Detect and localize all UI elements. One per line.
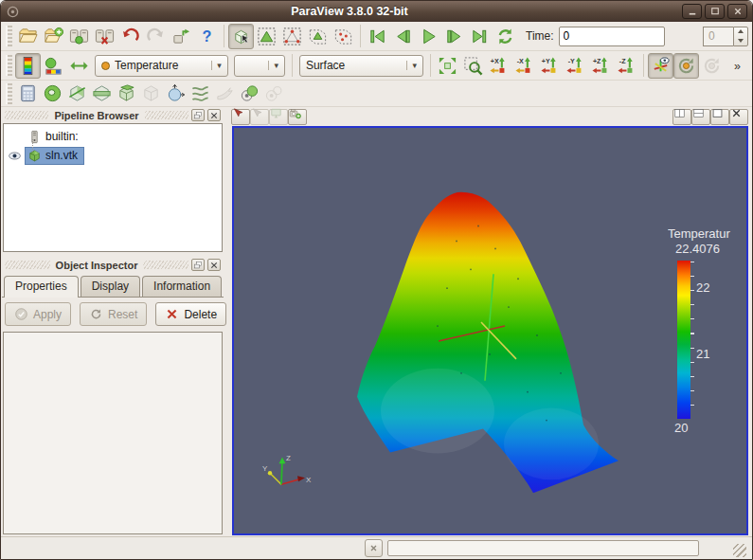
- split-view-vertical-button[interactable]: [691, 109, 710, 125]
- pipeline-tree[interactable]: builtin: sln.vtk: [3, 123, 223, 252]
- set-view-plus-z-button[interactable]: +Z: [588, 53, 614, 79]
- frame-up-button[interactable]: [734, 27, 747, 37]
- capture-view-button[interactable]: [288, 109, 307, 125]
- toolbar-overflow-button[interactable]: »: [725, 53, 750, 79]
- select-cells-through-button[interactable]: [305, 24, 331, 49]
- resize-grip[interactable]: [733, 544, 746, 557]
- set-view-plus-y-button[interactable]: +Y: [537, 53, 563, 79]
- vcr-play-button[interactable]: [416, 24, 441, 49]
- svg-text:?: ?: [203, 27, 212, 45]
- pipeline-item-builtin[interactable]: builtin:: [4, 127, 222, 146]
- stream-tracer-filter-button[interactable]: [188, 81, 212, 105]
- edit-colormap-icon: [44, 56, 63, 76]
- pipeline-item-label: sln.vtk: [45, 149, 78, 162]
- select-points-through-button[interactable]: [331, 24, 356, 49]
- select-3d-button[interactable]: [228, 24, 254, 49]
- rescale-icon: [69, 56, 89, 76]
- close-view-button[interactable]: [729, 109, 748, 125]
- rescale-to-data-range-button[interactable]: [66, 53, 92, 79]
- toggle-color-legend-button[interactable]: [15, 53, 41, 79]
- time-input[interactable]: [559, 27, 665, 46]
- vcr-previous-frame-button[interactable]: [390, 24, 416, 49]
- close-panel-button[interactable]: [207, 109, 221, 121]
- delete-button[interactable]: Delete: [155, 302, 226, 326]
- color-legend[interactable]: Temperatur 22.4076 22 21 20: [666, 226, 746, 449]
- vcr-first-frame-button[interactable]: [365, 24, 390, 49]
- threshold-filter-button[interactable]: [114, 81, 138, 105]
- pipeline-browser-titlebar[interactable]: Pipeline Browser: [1, 107, 224, 123]
- apply-icon: [14, 307, 28, 321]
- toolbar-separator: [643, 54, 644, 77]
- disconnect-server-button[interactable]: [92, 24, 117, 49]
- minimize-button[interactable]: [682, 4, 702, 19]
- titlebar[interactable]: ParaView 3.8.0 32-bit: [1, 1, 752, 22]
- select-cells-on-icon: [257, 27, 277, 46]
- interaction-mode-button[interactable]: [231, 109, 250, 125]
- toolbar-separator: [430, 54, 431, 77]
- toolbar-handle[interactable]: [6, 55, 12, 76]
- camera-undo-button[interactable]: [169, 24, 194, 49]
- reset-camera-button[interactable]: [435, 53, 460, 79]
- calculator-filter-button[interactable]: [15, 81, 40, 105]
- edit-color-map-button[interactable]: [41, 53, 66, 79]
- contour-filter-button[interactable]: [40, 81, 64, 105]
- tab-display[interactable]: Display: [81, 276, 140, 298]
- set-view-minus-y-button[interactable]: -Y: [563, 53, 588, 79]
- set-view-plus-x-button[interactable]: +X: [486, 53, 511, 79]
- server-disconnect-icon: [95, 27, 115, 46]
- maximize-button[interactable]: [705, 4, 725, 19]
- select-cells-on-button[interactable]: [254, 24, 279, 49]
- tab-properties[interactable]: Properties: [4, 276, 79, 298]
- show-orientation-axes-button[interactable]: [673, 53, 699, 79]
- split-v-icon: [692, 107, 709, 127]
- warp-by-vector-filter-button: [212, 81, 237, 105]
- tab-information[interactable]: Information: [142, 276, 222, 298]
- extract-subset-filter-button: [138, 81, 163, 105]
- undo-button[interactable]: [117, 24, 143, 49]
- properties-panel-body[interactable]: [3, 332, 223, 534]
- show-center-axes-button[interactable]: [648, 53, 673, 79]
- render-viewport[interactable]: X Y Z Temperatur 22.4076 22 21 20: [232, 126, 748, 535]
- select-points-on-button[interactable]: [279, 24, 305, 49]
- set-view-minus-x-button[interactable]: -X: [511, 53, 537, 79]
- pipeline-item-sln-vtk[interactable]: sln.vtk: [4, 146, 222, 165]
- ungroup-icon: [264, 83, 284, 103]
- zoom-to-data-button[interactable]: [460, 53, 486, 79]
- component-combo[interactable]: ▾: [234, 55, 285, 77]
- maximize-view-button[interactable]: [710, 109, 729, 125]
- vcr-first-icon: [368, 27, 387, 46]
- close-panel-button[interactable]: [207, 259, 221, 271]
- svg-text:-Z: -Z: [619, 57, 626, 64]
- open-file-button[interactable]: [15, 24, 41, 49]
- slice-filter-button[interactable]: [89, 81, 114, 105]
- close-button[interactable]: [727, 4, 747, 19]
- toolbar-handle[interactable]: [6, 26, 12, 46]
- group-datasets-filter-button[interactable]: [237, 81, 261, 105]
- extract-subset-icon: [141, 83, 161, 103]
- vcr-next-frame-button[interactable]: [441, 24, 467, 49]
- connect-server-button[interactable]: [66, 24, 92, 49]
- toolbar-handle[interactable]: [6, 83, 12, 104]
- representation-combo[interactable]: Surface ▾: [299, 55, 423, 77]
- object-inspector-titlebar[interactable]: Object Inspector: [1, 257, 224, 273]
- orientation-axes-widget[interactable]: X Y Z: [262, 454, 312, 484]
- split-view-horizontal-button[interactable]: [672, 109, 691, 125]
- vcr-prev-icon: [393, 27, 413, 46]
- float-panel-button[interactable]: [191, 259, 205, 271]
- abort-progress-button[interactable]: [365, 539, 383, 557]
- frame-spinbox[interactable]: 0: [703, 27, 748, 46]
- color-by-combo[interactable]: Temperature ▾: [95, 55, 228, 77]
- glyph-filter-button[interactable]: [163, 81, 188, 105]
- vcr-loop-button[interactable]: [493, 24, 518, 49]
- camera-plus-icon: [289, 107, 306, 127]
- save-data-button[interactable]: [41, 24, 66, 49]
- vcr-last-frame-button[interactable]: [467, 24, 493, 49]
- float-panel-button[interactable]: [191, 109, 205, 121]
- svg-text:»: »: [734, 59, 741, 72]
- frame-down-button[interactable]: [734, 36, 747, 45]
- select-3d-icon: [231, 27, 251, 46]
- visibility-eye-icon[interactable]: [7, 150, 23, 162]
- set-view-minus-z-button[interactable]: -Z: [614, 53, 639, 79]
- help-button[interactable]: ?: [194, 24, 220, 49]
- clip-filter-button[interactable]: [64, 81, 89, 105]
